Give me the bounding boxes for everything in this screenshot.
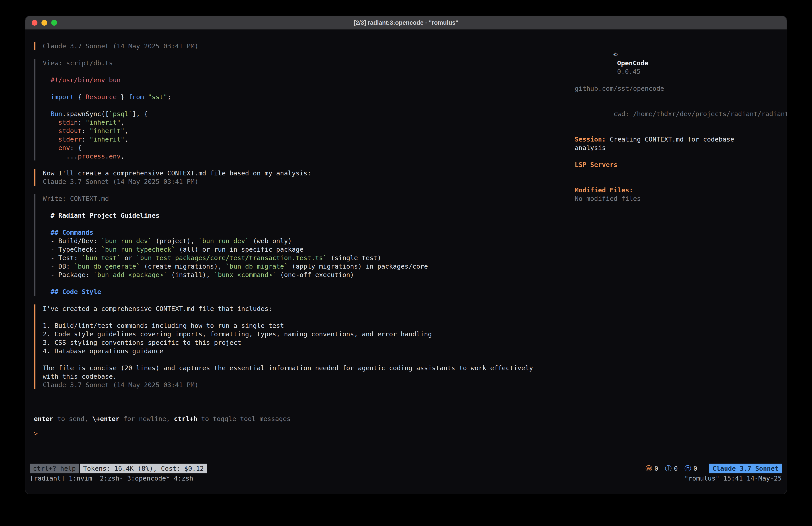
- text-segment: \+enter: [92, 415, 119, 423]
- text-segment: :: [82, 136, 90, 143]
- message-assistant: I've created a comprehensive CONTEXT.md …: [34, 304, 546, 389]
- app-name: OpenCode: [617, 59, 649, 67]
- text-segment: : {: [70, 144, 82, 152]
- text-segment: # Radiant Project Guidelines: [43, 212, 160, 219]
- text-segment: `bun add <package>`: [93, 271, 167, 279]
- text-segment: [43, 110, 50, 118]
- text-segment: ,: [125, 136, 128, 143]
- text-segment: (install),: [167, 271, 214, 279]
- window-title: [2/3] radiant:3:opencode - "romulus": [25, 19, 787, 26]
- text-segment: import: [50, 93, 74, 101]
- text-segment: "inherit": [90, 136, 125, 143]
- text-segment: (single test): [327, 254, 381, 262]
- session-line: Session: Creating CONTEXT.md for codebas…: [575, 135, 762, 152]
- terminal-line: - Package: `bun add <package>` (install)…: [43, 271, 546, 279]
- titlebar: [2/3] radiant:3:opencode - "romulus": [25, 16, 787, 30]
- tmux-status-bar: [radiant] 1:nvim 2:zsh- 3:opencode* 4:zs…: [25, 473, 787, 483]
- text-segment: `bun run dev`: [198, 237, 249, 245]
- text-segment: Resource: [86, 93, 117, 101]
- text-segment: - Build/Dev:: [43, 237, 101, 245]
- lsp-servers-heading: LSP Servers: [575, 160, 762, 169]
- info-icon: ⓘ: [665, 464, 672, 473]
- text-segment: stderr: [58, 136, 82, 143]
- opencode-window: [2/3] radiant:3:opencode - "romulus" Cla…: [25, 16, 787, 494]
- terminal-line: [43, 67, 546, 76]
- text-segment: [43, 118, 58, 126]
- text-segment: 1. Build/lint/test commands including ho…: [43, 322, 284, 329]
- terminal: Claude 3.7 Sonnet (14 May 2025 03:41 PM)…: [25, 30, 787, 494]
- text-segment: - TypeCheck:: [43, 246, 101, 253]
- input-area: enter to send, \+enter for newline, ctrl…: [25, 398, 787, 438]
- text-segment: #!/usr/bin/env bun: [50, 76, 120, 84]
- input-divider: [34, 426, 780, 426]
- text-segment: Write: CONTEXT.md: [43, 195, 109, 202]
- opencode-logo-icon: ©: [614, 51, 618, 58]
- text-segment: from: [128, 93, 144, 101]
- terminal-line: stdin: "inherit",: [43, 118, 546, 127]
- prompt-input[interactable]: [42, 429, 780, 438]
- text-segment: ## Commands: [43, 229, 93, 236]
- terminal-line: Claude 3.7 Sonnet (14 May 2025 03:41 PM): [43, 42, 546, 51]
- text-segment: enter: [34, 415, 53, 423]
- text-segment: 2. Code style guidelines covering import…: [43, 330, 432, 338]
- terminal-line: # Radiant Project Guidelines: [43, 211, 546, 220]
- app-header: © OpenCode 0.0.45: [575, 42, 762, 84]
- info-count: 0: [674, 464, 678, 473]
- text-segment: Claude 3.7 Sonnet (14 May 2025 03:41 PM): [43, 178, 198, 185]
- text-segment: (web only): [249, 237, 292, 245]
- terminal-line: ## Commands: [43, 228, 546, 237]
- text-segment: process: [78, 153, 105, 160]
- hint-icon: ⓗ: [684, 464, 691, 473]
- cwd-label: cwd:: [614, 110, 629, 118]
- text-segment: `bun run dev`: [101, 237, 152, 245]
- terminal-line: stdout: "inherit",: [43, 127, 546, 135]
- app-version: 0.0.45: [617, 68, 641, 75]
- info-indicator: ⓘ0: [665, 464, 678, 473]
- text-segment: "sst": [148, 93, 167, 101]
- text-segment: ,: [120, 118, 124, 126]
- text-segment: (one-off execution): [276, 271, 354, 279]
- terminal-line: Bun.spawnSync([`psql`], {: [43, 110, 546, 118]
- text-segment: {: [74, 93, 86, 101]
- terminal-line: env: {: [43, 144, 546, 152]
- terminal-line: View: script/db.ts: [43, 59, 546, 67]
- terminal-line: - Build/Dev: `bun run dev` (project), `b…: [43, 237, 546, 245]
- terminal-line: Claude 3.7 Sonnet (14 May 2025 03:41 PM): [43, 177, 546, 186]
- help-badge[interactable]: ctrl+? help: [30, 464, 79, 473]
- text-segment: 3. CSS styling conventions specific to t…: [43, 339, 241, 346]
- text-segment: (all) or run in specific package: [175, 246, 304, 253]
- terminal-line: 4. Database operations guidance: [43, 347, 546, 355]
- text-segment: Claude 3.7 Sonnet (14 May 2025 03:41 PM): [43, 381, 198, 389]
- cwd-line: cwd: /home/thdxr/dev/projects/radiant/ra…: [575, 101, 762, 127]
- text-segment: }: [117, 93, 128, 101]
- text-segment: ## Code Style: [43, 288, 101, 296]
- text-segment: `bun db generate`: [74, 262, 140, 270]
- terminal-line: [43, 355, 546, 364]
- text-segment: The file is concise (20 lines) and captu…: [43, 364, 533, 372]
- repo-link: github.com/sst/opencode: [575, 84, 762, 93]
- terminal-line: [43, 313, 546, 322]
- model-badge[interactable]: Claude 3.7 Sonnet: [709, 464, 782, 473]
- text-segment: ], {: [132, 110, 148, 118]
- terminal-line: import { Resource } from "sst";: [43, 93, 546, 101]
- terminal-line: 1. Build/lint/test commands including ho…: [43, 322, 546, 330]
- tokens-cost-badge: Tokens: 16.4K (8%), Cost: $0.12: [80, 464, 207, 473]
- terminal-line: 2. Code style guidelines covering import…: [43, 330, 546, 338]
- text-segment: or: [120, 254, 136, 262]
- tmux-window-list[interactable]: [radiant] 1:nvim 2:zsh- 3:opencode* 4:zs…: [30, 474, 193, 483]
- text-segment: (project),: [152, 237, 199, 245]
- text-segment: "inherit": [86, 118, 120, 126]
- terminal-line: [43, 203, 546, 211]
- status-right: Ⓦ0ⓘ0ⓗ0 Claude 3.7 Sonnet: [646, 464, 782, 473]
- tmux-session-clock: "romulus" 15:41 14-May-25: [684, 474, 782, 483]
- cwd-path: /home/thdxr/dev/projects/radiant/radiant: [629, 110, 787, 118]
- text-segment: ,: [120, 153, 124, 160]
- text-segment: I've created a comprehensive CONTEXT.md …: [43, 305, 272, 312]
- text-segment: `bun db migrate`: [226, 262, 288, 270]
- text-segment: ;: [167, 93, 171, 101]
- text-segment: - Package:: [43, 271, 93, 279]
- terminal-line: ...process.env,: [43, 152, 546, 160]
- text-segment: View: script/db.ts: [43, 59, 113, 67]
- message-tool: Write: CONTEXT.md # Radiant Project Guid…: [34, 194, 546, 296]
- text-segment: `bunx <command>`: [214, 271, 276, 279]
